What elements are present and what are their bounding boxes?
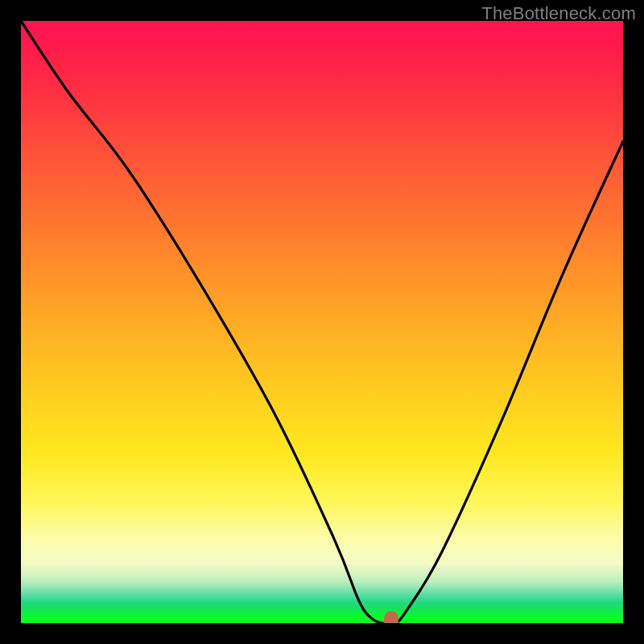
plot-area (21, 21, 623, 623)
chart-frame: TheBottleneck.com (0, 0, 644, 644)
watermark-label: TheBottleneck.com (481, 3, 636, 24)
bottleneck-curve (21, 21, 623, 623)
optimal-point-marker (384, 611, 398, 624)
